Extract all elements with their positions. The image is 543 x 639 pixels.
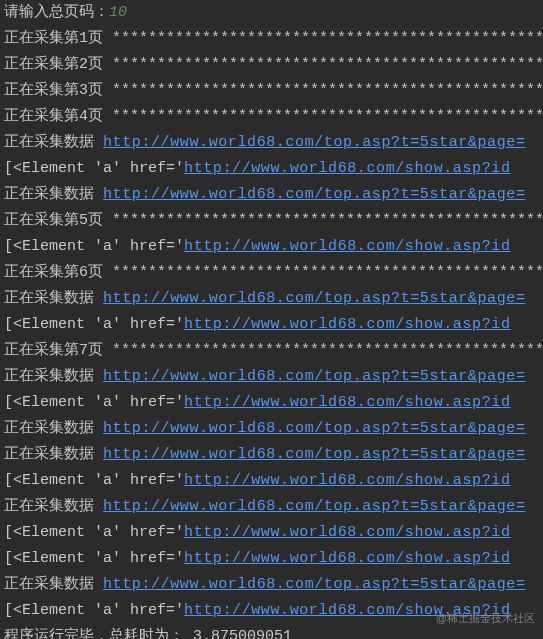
console-line: 正在采集第1页 ********************************… [0,26,543,52]
element-prefix: [<Element 'a' href=' [4,524,184,541]
url-link[interactable]: http://www.world68.com/top.asp?t=5star&p… [103,368,525,385]
stars: ****************************************… [112,56,543,73]
url-link[interactable]: http://www.world68.com/top.asp?t=5star&p… [103,446,525,463]
collect-label: 正在采集数据 [4,134,103,151]
element-prefix: [<Element 'a' href=' [4,394,184,411]
console-line: 正在采集第2页 ********************************… [0,52,543,78]
collect-label: 正在采集数据 [4,368,103,385]
console-line: [<Element 'a' href='http://www.world68.c… [0,390,543,416]
url-link[interactable]: http://www.world68.com/show.asp?id [184,160,510,177]
page-label: 正在采集第2页 [4,56,112,73]
element-prefix: [<Element 'a' href=' [4,316,184,333]
console-line: [<Element 'a' href='http://www.world68.c… [0,546,543,572]
console-line: [<Element 'a' href='http://www.world68.c… [0,520,543,546]
collect-label: 正在采集数据 [4,420,103,437]
elapsed-time: 3.875009051 [193,628,292,639]
console-line: 程序运行完毕，总耗时为： 3.875009051 [0,624,543,639]
console-line: 正在采集数据 http://www.world68.com/top.asp?t=… [0,572,543,598]
console-line: [<Element 'a' href='http://www.world68.c… [0,598,543,624]
stars: ****************************************… [112,30,543,47]
console-line: 正在采集第3页 ********************************… [0,78,543,104]
console-line: 正在采集数据 http://www.world68.com/top.asp?t=… [0,494,543,520]
url-link[interactable]: http://www.world68.com/top.asp?t=5star&p… [103,186,525,203]
url-link[interactable]: http://www.world68.com/top.asp?t=5star&p… [103,134,525,151]
collect-label: 正在采集数据 [4,498,103,515]
finish-label: 程序运行完毕，总耗时为： [4,628,193,639]
console-line: 正在采集第4页 ********************************… [0,104,543,130]
console-line: [<Element 'a' href='http://www.world68.c… [0,234,543,260]
console-line: 正在采集数据 http://www.world68.com/top.asp?t=… [0,364,543,390]
page-label: 正在采集第6页 [4,264,112,281]
url-link[interactable]: http://www.world68.com/show.asp?id [184,550,510,567]
console-line: 正在采集第6页 ********************************… [0,260,543,286]
page-label: 正在采集第4页 [4,108,112,125]
console-line: [<Element 'a' href='http://www.world68.c… [0,468,543,494]
page-label: 正在采集第7页 [4,342,112,359]
stars: ****************************************… [112,212,543,229]
collect-label: 正在采集数据 [4,576,103,593]
page-label: 正在采集第3页 [4,82,112,99]
element-prefix: [<Element 'a' href=' [4,238,184,255]
collect-label: 正在采集数据 [4,290,103,307]
console-line: [<Element 'a' href='http://www.world68.c… [0,312,543,338]
stars: ****************************************… [112,82,543,99]
page-label: 正在采集第1页 [4,30,112,47]
collect-label: 正在采集数据 [4,446,103,463]
url-link[interactable]: http://www.world68.com/show.asp?id [184,472,510,489]
url-link[interactable]: http://www.world68.com/top.asp?t=5star&p… [103,420,525,437]
element-prefix: [<Element 'a' href=' [4,602,184,619]
console-line: 正在采集数据 http://www.world68.com/top.asp?t=… [0,182,543,208]
console-line: 正在采集第5页 ********************************… [0,208,543,234]
console-line: 正在采集数据 http://www.world68.com/top.asp?t=… [0,130,543,156]
url-link[interactable]: http://www.world68.com/top.asp?t=5star&p… [103,290,525,307]
url-link[interactable]: http://www.world68.com/show.asp?id [184,394,510,411]
url-link[interactable]: http://www.world68.com/top.asp?t=5star&p… [103,498,525,515]
prompt-label: 请输入总页码： [4,4,109,21]
console-line: [<Element 'a' href='http://www.world68.c… [0,156,543,182]
url-link[interactable]: http://www.world68.com/show.asp?id [184,238,510,255]
url-link[interactable]: http://www.world68.com/top.asp?t=5star&p… [103,576,525,593]
console-line: 正在采集数据 http://www.world68.com/top.asp?t=… [0,442,543,468]
url-link[interactable]: http://www.world68.com/show.asp?id [184,602,510,619]
element-prefix: [<Element 'a' href=' [4,550,184,567]
element-prefix: [<Element 'a' href=' [4,472,184,489]
collect-label: 正在采集数据 [4,186,103,203]
console-line: 正在采集数据 http://www.world68.com/top.asp?t=… [0,286,543,312]
prompt-input: 10 [109,4,127,21]
stars: ****************************************… [112,342,543,359]
url-link[interactable]: http://www.world68.com/show.asp?id [184,316,510,333]
console-line: 正在采集数据 http://www.world68.com/top.asp?t=… [0,416,543,442]
element-prefix: [<Element 'a' href=' [4,160,184,177]
url-link[interactable]: http://www.world68.com/show.asp?id [184,524,510,541]
console-output: 请输入总页码：10正在采集第1页 ***********************… [0,0,543,639]
console-line: 正在采集第7页 ********************************… [0,338,543,364]
stars: ****************************************… [112,264,543,281]
page-label: 正在采集第5页 [4,212,112,229]
stars: ****************************************… [112,108,543,125]
console-line: 请输入总页码：10 [0,0,543,26]
